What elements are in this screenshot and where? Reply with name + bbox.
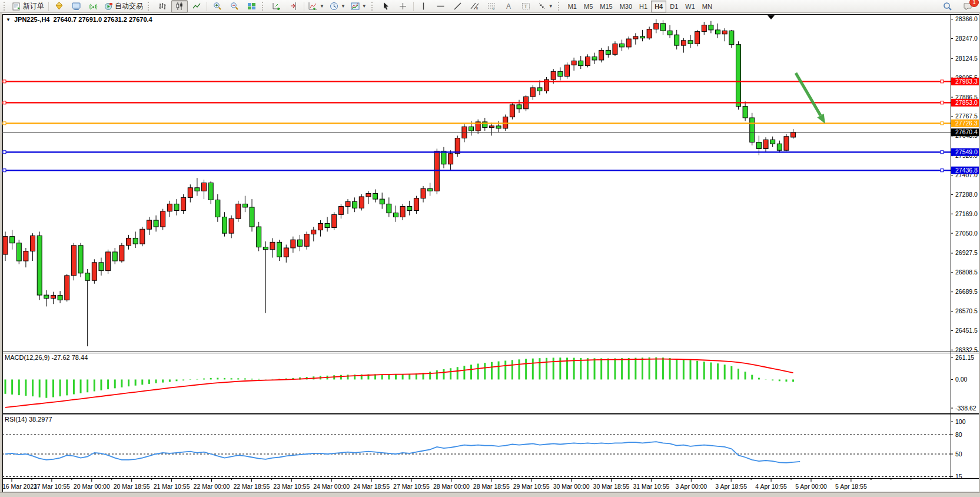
candle-up bbox=[338, 207, 343, 215]
svg-text:3 Apr 18:55: 3 Apr 18:55 bbox=[715, 483, 747, 490]
new-order-button[interactable]: 新订单 bbox=[10, 0, 46, 13]
chart-canvas[interactable]: 28366.028247.028124.528005.527886.527767… bbox=[0, 0, 980, 497]
chart-shift-marker[interactable] bbox=[768, 15, 775, 19]
equidistant-channel-button[interactable]: E bbox=[467, 0, 483, 13]
horizontal-scrollbar[interactable] bbox=[0, 492, 980, 497]
search-button[interactable] bbox=[939, 0, 956, 13]
candle-down bbox=[667, 31, 672, 35]
signals-button[interactable] bbox=[85, 0, 101, 13]
timeframe-h1[interactable]: H1 bbox=[636, 1, 651, 12]
text-icon: A bbox=[504, 2, 513, 11]
candle-up bbox=[161, 211, 165, 227]
candle-up bbox=[449, 154, 453, 164]
timeframe-m1[interactable]: M1 bbox=[564, 1, 580, 12]
mt4-terminal-window: 新订单 自动交易 bbox=[0, 0, 980, 497]
candle-down bbox=[592, 57, 597, 60]
toolbar-grip[interactable] bbox=[371, 2, 376, 11]
templates-button[interactable]: ▼ bbox=[348, 0, 369, 13]
zoom-out-button[interactable] bbox=[226, 0, 242, 13]
svg-text:28 Mar 18:55: 28 Mar 18:55 bbox=[473, 483, 510, 490]
svg-text:30 Mar 18:55: 30 Mar 18:55 bbox=[593, 483, 630, 490]
svg-text:27 Mar 10:55: 27 Mar 10:55 bbox=[393, 483, 430, 490]
svg-text:26451.5: 26451.5 bbox=[955, 327, 978, 334]
candle-down bbox=[250, 207, 254, 227]
timeframe-m30[interactable]: M30 bbox=[616, 1, 636, 12]
timeframe-m5[interactable]: M5 bbox=[580, 1, 596, 12]
line-handle bbox=[3, 122, 6, 125]
svg-text:28366.0: 28366.0 bbox=[955, 15, 978, 22]
zoom-in-button[interactable] bbox=[209, 0, 225, 13]
arrows-button[interactable]: ▼ bbox=[535, 0, 556, 13]
horizontal-line-27853.0[interactable] bbox=[2, 101, 951, 104]
text-button[interactable]: A bbox=[501, 0, 517, 13]
svg-text:17 Mar 10:55: 17 Mar 10:55 bbox=[34, 483, 70, 490]
candle-down bbox=[688, 41, 693, 44]
market-button[interactable] bbox=[51, 0, 67, 13]
candle-down bbox=[16, 243, 21, 261]
timeframe-d1[interactable]: D1 bbox=[666, 1, 682, 12]
candle-up bbox=[31, 236, 35, 251]
candle-down bbox=[277, 242, 282, 257]
tile-windows-button[interactable] bbox=[243, 0, 260, 13]
timeframe-w1[interactable]: W1 bbox=[682, 1, 699, 12]
bar-chart-button[interactable] bbox=[154, 0, 171, 13]
candle-up bbox=[291, 240, 295, 248]
dropdown-arrow-icon: ▼ bbox=[362, 4, 367, 9]
toolbar-grip[interactable] bbox=[148, 2, 152, 11]
toolbar-grip[interactable] bbox=[4, 2, 8, 11]
line-handle bbox=[941, 80, 944, 83]
timeframe-m15[interactable]: M15 bbox=[596, 1, 616, 12]
candle-up bbox=[318, 224, 323, 230]
candle-down bbox=[407, 207, 412, 211]
candle-up bbox=[127, 238, 131, 245]
candle-up bbox=[695, 32, 700, 44]
candle-up bbox=[140, 229, 145, 244]
toolbar-grip[interactable] bbox=[558, 2, 562, 11]
horizontal-line-27436.8[interactable] bbox=[2, 169, 951, 172]
chart-shift-icon bbox=[290, 2, 298, 11]
candle-up bbox=[722, 31, 727, 34]
line-chart-button[interactable] bbox=[188, 0, 205, 13]
fibonacci-button[interactable]: F bbox=[484, 0, 500, 13]
candle-down bbox=[441, 151, 446, 164]
tile-windows-icon bbox=[247, 2, 256, 11]
equidistant-channel-icon: E bbox=[470, 2, 479, 11]
candle-up bbox=[551, 71, 556, 79]
chart-shift-button[interactable] bbox=[285, 0, 302, 13]
crosshair-icon bbox=[398, 2, 407, 11]
svg-text:27670.4: 27670.4 bbox=[955, 128, 978, 135]
ohlc-values: 27640.7 27691.0 27631.2 27670.4 bbox=[53, 16, 152, 23]
cursor-button[interactable] bbox=[378, 0, 394, 13]
time-axis: 16 Mar 202317 Mar 10:5520 Mar 00:0020 Ma… bbox=[2, 478, 931, 490]
vertical-line-button[interactable] bbox=[416, 0, 432, 13]
candle-up bbox=[65, 276, 69, 300]
auto-scroll-button[interactable] bbox=[268, 0, 285, 13]
indicators-button[interactable]: ▼ bbox=[306, 0, 327, 13]
crosshair-button[interactable] bbox=[395, 0, 411, 13]
virtual-hosting-button[interactable] bbox=[68, 0, 84, 13]
candle-down bbox=[257, 227, 261, 247]
toolbar-grip[interactable] bbox=[262, 2, 266, 11]
symbol-dropdown-icon[interactable]: ▼ bbox=[6, 17, 11, 22]
horizontal-line-27983.3[interactable] bbox=[2, 80, 951, 83]
horizontal-line-button[interactable] bbox=[433, 0, 449, 13]
annotation-arrow[interactable] bbox=[796, 73, 825, 124]
timeframe-h4[interactable]: H4 bbox=[651, 1, 666, 12]
svg-text:16 Mar 2023: 16 Mar 2023 bbox=[2, 483, 37, 490]
text-label-button[interactable]: T bbox=[518, 0, 534, 13]
timeframe-mn[interactable]: MN bbox=[699, 1, 716, 12]
line-handle bbox=[3, 80, 6, 83]
candle-down bbox=[174, 204, 179, 210]
trendline-button[interactable] bbox=[450, 0, 466, 13]
notifications-button[interactable]: 1 bbox=[959, 0, 976, 13]
periods-button[interactable]: ▼ bbox=[327, 0, 348, 13]
fibonacci-icon: F bbox=[487, 2, 496, 11]
horizontal-line-27549.0[interactable] bbox=[2, 151, 951, 154]
auto-trading-button[interactable]: 自动交易 bbox=[102, 0, 145, 13]
candlestick-chart-button[interactable] bbox=[171, 0, 188, 13]
trendline-icon bbox=[453, 2, 462, 11]
candle-up bbox=[181, 197, 186, 210]
svg-text:27767.5: 27767.5 bbox=[955, 112, 978, 120]
candle-up bbox=[236, 204, 241, 218]
svg-text:5 Apr 18:55: 5 Apr 18:55 bbox=[835, 483, 867, 490]
